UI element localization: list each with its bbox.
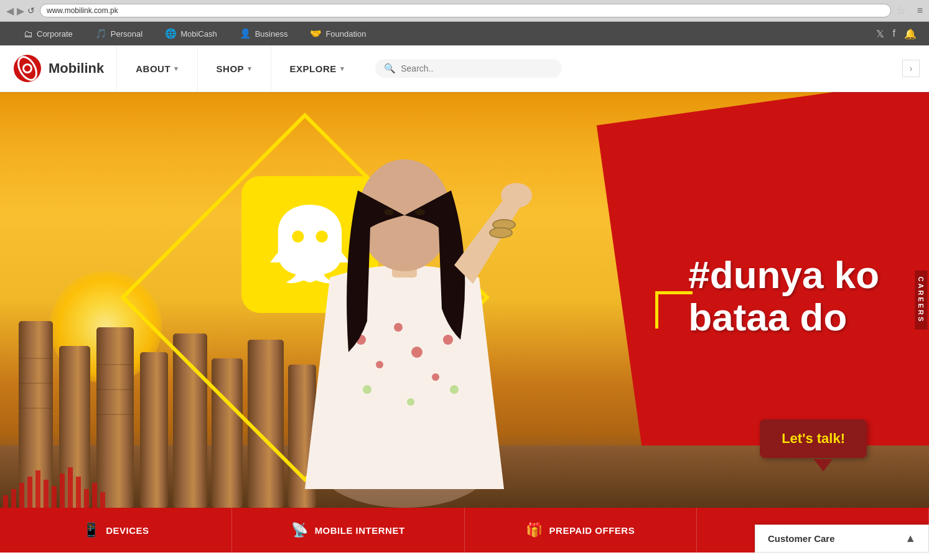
svg-point-30 [450,385,459,394]
svg-rect-42 [35,470,40,508]
svg-rect-45 [60,474,65,508]
business-icon: 👤 [240,28,251,39]
menu-icon[interactable]: ≡ [917,5,923,16]
browser-icons: ≡ [917,5,923,16]
nav-shop[interactable]: SHOP ▾ [197,45,271,91]
facebook-icon[interactable]: f [893,28,895,40]
careers-label[interactable]: CAREERS [915,271,928,330]
browser-nav: ◀ ▶ ↺ [6,5,35,17]
forward-button[interactable]: ▶ [17,5,24,17]
bottom-nav: 📱 DEVICES 📡 MOBILE INTERNET 🎁 PREPAID OF… [0,508,929,553]
foundation-icon: 🤝 [310,28,322,39]
svg-point-27 [443,335,453,345]
shop-label: SHOP [217,63,245,74]
svg-point-34 [415,209,425,215]
corporate-label: Corporate [37,29,73,39]
svg-rect-43 [44,480,49,508]
bookmark-icon[interactable]: ☆ [896,4,906,17]
refresh-button[interactable]: ↺ [27,6,35,16]
mobile-internet-icon: 📡 [291,522,309,538]
devices-label: DEVICES [106,525,149,536]
search-area[interactable]: 🔍 [375,59,562,78]
svg-point-28 [363,385,371,394]
twitter-icon[interactable]: 𝕏 [876,28,884,40]
top-nav: 🗂 Corporate 🎵 Personal 🌐 MobiCash 👤 Busi… [0,22,929,45]
svg-rect-48 [84,489,89,508]
search-icon: 🔍 [384,63,396,74]
nav-explore[interactable]: EXPLORE ▾ [271,45,363,91]
svg-point-3 [24,65,30,72]
lets-talk-label: Let's talk! [782,431,845,446]
about-chevron: ▾ [174,65,179,73]
personal-icon: 🎵 [95,28,107,39]
url-text: www.mobilink.com.pk [47,6,118,15]
svg-point-25 [411,347,422,358]
mobicash-top-label: MobiCash [180,29,217,39]
top-nav-corporate[interactable]: 🗂 Corporate [12,29,84,39]
business-label: Business [255,29,288,39]
svg-rect-38 [3,495,8,508]
prepaid-offers-icon: 🎁 [526,522,543,538]
customer-care-label: Customer Care [768,533,835,544]
shop-chevron: ▾ [248,65,252,73]
woman-figure-svg [187,103,622,508]
prepaid-offers-label: PREPAID OFFERS [549,525,635,536]
lets-talk-arrow [814,459,833,472]
wave-decoration-svg [0,446,174,508]
svg-rect-39 [11,489,16,508]
svg-point-23 [376,361,383,368]
social-icons: 𝕏 f 🔔 [876,28,917,40]
svg-point-24 [394,323,403,332]
svg-point-29 [407,398,414,406]
svg-point-37 [490,228,512,238]
address-bar[interactable]: www.mobilink.com.pk [40,4,891,17]
logo-area[interactable]: Mobilink [0,54,116,83]
mobile-internet-label: MOBILE INTERNET [315,525,405,536]
explore-label: EXPLORE [290,63,337,74]
browser-chrome: ◀ ▶ ↺ www.mobilink.com.pk ☆ ≡ [0,0,929,22]
back-button[interactable]: ◀ [6,5,14,17]
bottom-nav-prepaid-offers[interactable]: 🎁 PREPAID OFFERS [465,508,697,553]
bottom-nav-devices[interactable]: 📱 DEVICES [0,508,232,553]
foundation-label: Foundation [325,29,366,39]
lets-talk-button[interactable]: Let's talk! [760,419,867,458]
top-nav-foundation[interactable]: 🤝 Foundation [299,28,377,39]
svg-rect-47 [76,477,81,508]
hashtag-line1: #dunya ko [688,254,879,296]
personal-label: Personal [111,29,142,39]
svg-rect-49 [92,483,97,508]
mobilink-logo-icon [12,54,42,83]
nav-menu: ABOUT ▾ SHOP ▾ EXPLORE ▾ [116,45,363,91]
svg-rect-46 [68,467,73,508]
customer-care-arrow: ▲ [905,532,916,545]
hero-banner: #dunya ko bataa do [0,92,929,508]
main-nav: Mobilink ABOUT ▾ SHOP ▾ EXPLORE ▾ 🔍 › [0,45,929,92]
svg-rect-41 [27,477,32,508]
nav-about[interactable]: ABOUT ▾ [116,45,197,91]
devices-icon: 📱 [83,522,100,538]
svg-rect-50 [100,492,105,508]
svg-rect-44 [52,486,57,508]
about-label: ABOUT [136,63,170,74]
hero-hashtag-text: #dunya ko bataa do [688,254,879,338]
mobicash-top-icon: 🌐 [165,28,177,39]
top-nav-mobicash[interactable]: 🌐 MobiCash [154,28,228,39]
nav-right-arrow[interactable]: › [902,60,920,77]
logo-text: Mobilink [49,60,104,77]
svg-point-33 [384,209,394,215]
search-input[interactable] [401,63,553,73]
corporate-icon: 🗂 [24,29,33,39]
top-nav-personal[interactable]: 🎵 Personal [84,28,154,39]
customer-care-dropdown[interactable]: Customer Care ▲ [755,525,929,553]
explore-chevron: ▾ [340,65,345,73]
svg-point-26 [432,373,439,381]
notification-icon[interactable]: 🔔 [904,28,917,40]
bottom-nav-mobile-internet[interactable]: 📡 MOBILE INTERNET [232,508,464,553]
top-nav-business[interactable]: 👤 Business [228,28,299,39]
svg-point-35 [501,183,532,208]
svg-rect-40 [19,483,24,508]
hashtag-line2: bataa do [688,296,879,338]
